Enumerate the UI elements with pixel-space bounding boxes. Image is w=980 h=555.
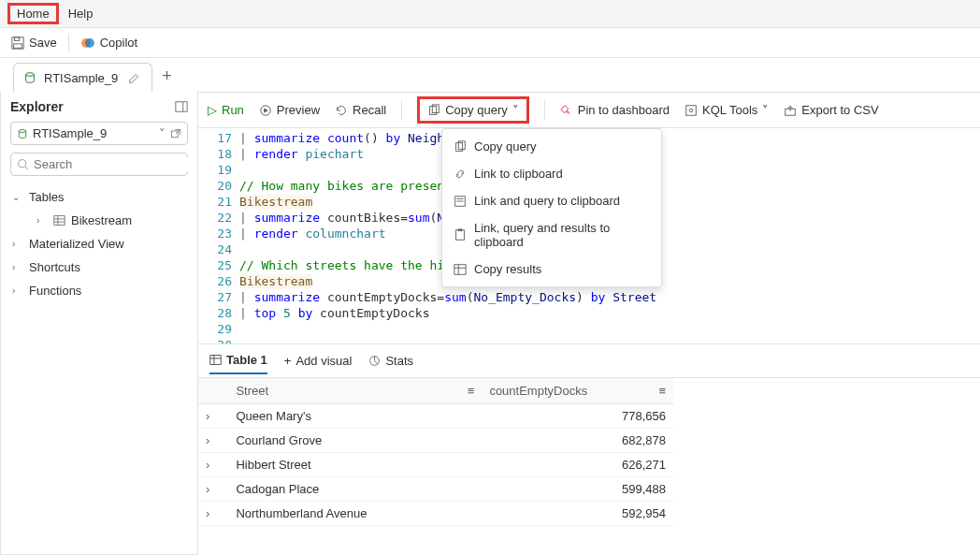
database-selector[interactable]: RTISample_9 ˅ (10, 122, 188, 145)
svg-rect-6 (176, 102, 187, 112)
svg-rect-1 (15, 37, 20, 40)
workspace: Explorer RTISample_9 ˅ ⌄Tables ›Bikestre… (0, 92, 980, 555)
recall-button[interactable]: Recall (335, 103, 386, 117)
link-icon (454, 168, 467, 181)
menu-icon[interactable]: ≡ (658, 384, 666, 398)
explorer-search[interactable] (10, 153, 188, 176)
recall-label: Recall (353, 103, 386, 117)
dd-label: Link, query and results to clipboard (474, 221, 650, 249)
dd-copy-results[interactable]: Copy results (442, 256, 661, 283)
tab-label: RTISample_9 (44, 71, 118, 85)
cell-count: 599,488 (482, 477, 673, 502)
table-icon (454, 263, 467, 276)
save-icon (11, 37, 24, 50)
dd-link-query-results-clipboard[interactable]: Link, query and results to clipboard (442, 214, 661, 256)
menu-icon[interactable]: ≡ (468, 384, 475, 398)
tab-add-visual[interactable]: +Add visual (284, 348, 353, 373)
cell-count: 626,271 (482, 453, 673, 477)
database-icon (17, 128, 28, 139)
tree-label: Bikestream (71, 213, 132, 227)
table-row[interactable]: ›Hibbert Street626,271 (198, 453, 673, 477)
expand-row-icon[interactable]: › (198, 477, 228, 502)
copilot-button[interactable]: Copilot (80, 36, 137, 51)
svg-rect-32 (210, 356, 221, 365)
tree-shortcuts[interactable]: ›Shortcuts (10, 256, 188, 279)
document-tab[interactable]: RTISample_9 (13, 63, 152, 92)
results-table: Street≡ countEmptyDocks≡ ›Queen Mary's77… (198, 378, 673, 526)
table-row[interactable]: ›Courland Grove682,878 (198, 429, 673, 453)
svg-rect-19 (686, 105, 697, 115)
table-row[interactable]: ›Northumberland Avenue592,954 (198, 502, 673, 526)
edit-icon[interactable] (125, 69, 142, 86)
tree-matview[interactable]: ›Materialized View (10, 232, 188, 256)
search-icon (17, 158, 29, 170)
cell-street: Northumberland Avenue (228, 502, 482, 526)
tree-functions[interactable]: ›Functions (10, 279, 188, 302)
document-tabs: RTISample_9 + (0, 58, 980, 92)
kql-tools-button[interactable]: KQL Tools˅ (685, 103, 769, 117)
dd-label: Link and query to clipboard (474, 194, 620, 208)
menu-home[interactable]: Home (7, 3, 59, 24)
clipboard-icon (454, 228, 467, 241)
search-input[interactable] (34, 157, 191, 171)
expand-row-icon[interactable]: › (198, 429, 228, 453)
preview-icon (259, 104, 272, 117)
expand-row-icon[interactable]: › (198, 453, 228, 477)
expand-row-icon[interactable]: › (198, 404, 228, 429)
preview-button[interactable]: Preview (259, 103, 320, 117)
column-header-street[interactable]: Street≡ (228, 378, 482, 404)
svg-rect-2 (14, 43, 22, 47)
copilot-icon (80, 36, 95, 51)
export-icon (784, 104, 797, 117)
copy-query-dropdown[interactable]: Copy query ˅ (417, 96, 528, 124)
results-grid: Street≡ countEmptyDocks≡ ›Queen Mary's77… (198, 377, 980, 555)
panel-toggle-icon[interactable] (175, 100, 188, 113)
tab-stats[interactable]: Stats (368, 348, 413, 373)
copilot-label: Copilot (100, 36, 137, 50)
expand-row-icon[interactable]: › (198, 502, 228, 526)
save-button[interactable]: Save (11, 36, 57, 50)
main-area: ▷Run Preview Recall Copy query ˅ Pin to … (198, 92, 980, 555)
cell-count: 778,656 (482, 404, 673, 429)
svg-point-10 (19, 160, 26, 168)
run-button[interactable]: ▷Run (208, 103, 244, 117)
dd-link-query-clipboard[interactable]: Link and query to clipboard (442, 187, 661, 214)
play-icon: ▷ (208, 103, 217, 117)
cell-street: Hibbert Street (228, 453, 482, 477)
chevron-right-icon: › (12, 285, 23, 296)
svg-point-20 (689, 109, 693, 112)
chevron-right-icon: › (12, 239, 23, 249)
svg-point-5 (26, 73, 35, 77)
stats-icon (368, 355, 381, 367)
chevron-down-icon: ˅ (512, 103, 519, 117)
svg-point-8 (19, 129, 26, 132)
dd-copy-query[interactable]: Copy query (442, 133, 661, 160)
column-header-count[interactable]: countEmptyDocks≡ (482, 378, 673, 404)
line-gutter: 1718192021222324252627282930 (198, 130, 239, 343)
copy-icon (454, 140, 467, 153)
tree-tables[interactable]: ⌄Tables (10, 185, 188, 209)
tools-icon (685, 104, 698, 117)
export-csv-button[interactable]: Export to CSV (784, 103, 878, 117)
cell-street: Queen Mary's (228, 404, 482, 429)
table-icon (53, 214, 65, 226)
tree-bikestream[interactable]: ›Bikestream (10, 209, 188, 232)
add-tab-button[interactable]: + (162, 66, 172, 92)
dd-link-clipboard[interactable]: Link to clipboard (442, 160, 661, 187)
open-external-icon[interactable] (170, 128, 181, 139)
tab-label: Table 1 (226, 353, 267, 367)
menu-help[interactable]: Help (59, 3, 103, 24)
tab-table1[interactable]: Table 1 (209, 347, 267, 374)
pin-label: Pin to dashboard (578, 103, 670, 117)
top-toolbar: Save Copilot (0, 28, 980, 58)
table-row[interactable]: ›Queen Mary's778,656 (198, 404, 673, 429)
toolbar-separator (401, 100, 402, 121)
tab-label: Add visual (295, 354, 352, 368)
pin-dashboard-button[interactable]: Pin to dashboard (560, 103, 670, 117)
copy-icon (427, 104, 440, 117)
table-row[interactable]: ›Cadogan Place599,488 (198, 477, 673, 502)
svg-rect-12 (54, 216, 65, 226)
svg-rect-29 (454, 264, 466, 274)
tab-label: Stats (385, 354, 413, 368)
tree-label: Shortcuts (29, 260, 80, 274)
